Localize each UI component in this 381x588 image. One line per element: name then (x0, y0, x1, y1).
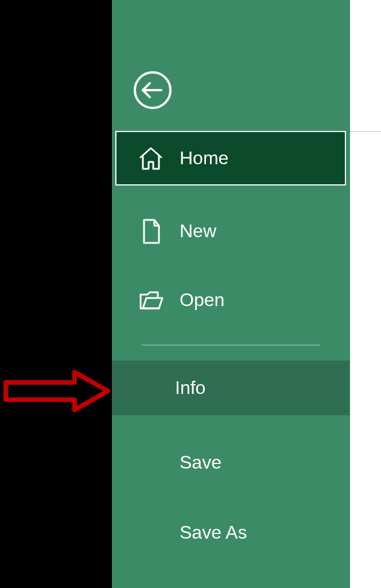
menu-item-label: Info (175, 377, 205, 399)
folder-open-icon (137, 287, 165, 314)
back-arrow-icon (133, 70, 173, 110)
home-icon (137, 145, 165, 172)
menu-item-label: Home (180, 148, 228, 169)
menu-divider (142, 345, 320, 346)
content-area-top-border (350, 131, 381, 132)
menu-item-open[interactable]: Open (116, 273, 345, 327)
menu-item-label: Save As (180, 522, 247, 543)
menu-item-save[interactable]: Save (116, 435, 345, 490)
file-menu-sidebar: Home New Open (112, 0, 350, 588)
black-background-strip (0, 0, 112, 588)
menu-item-label: New (180, 220, 216, 242)
back-button[interactable] (133, 70, 173, 110)
menu-item-label: Save (180, 452, 221, 473)
menu-item-home[interactable]: Home (115, 131, 346, 185)
menu-item-new[interactable]: New (116, 204, 345, 258)
menu-item-label: Open (180, 289, 224, 311)
menu-item-info[interactable]: Info (112, 361, 350, 415)
screenshot-stage: Home New Open (0, 0, 381, 588)
document-icon (137, 218, 165, 245)
content-area (350, 0, 381, 588)
menu-item-save-as[interactable]: Save As (116, 505, 345, 560)
